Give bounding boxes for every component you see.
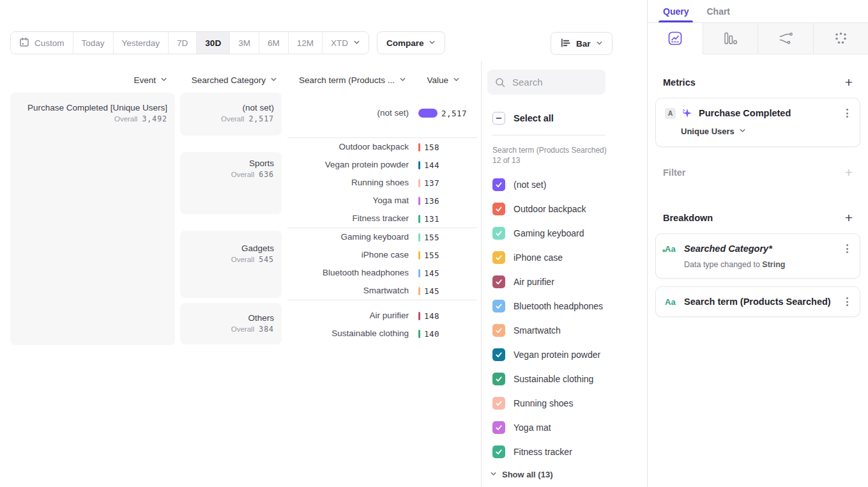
legend-checkbox[interactable] xyxy=(492,421,505,434)
measure-selector[interactable]: Unique Users xyxy=(681,127,851,136)
compare-button[interactable]: Compare xyxy=(377,31,446,54)
legend-checkbox[interactable] xyxy=(492,275,505,288)
table-row: Vegan protein powder144 xyxy=(287,156,479,174)
legend-item-smartwatch[interactable]: Smartwatch xyxy=(482,318,647,343)
category-name: (not set) xyxy=(180,102,274,114)
tab-funnels[interactable] xyxy=(703,23,759,54)
legend-item-fitness-tracker[interactable]: Fitness tracker xyxy=(482,440,647,464)
kebab-menu-icon[interactable] xyxy=(844,296,851,307)
legend-item-gaming-keyboard[interactable]: Gaming keyboard xyxy=(482,221,647,245)
legend-checkbox[interactable] xyxy=(492,397,505,410)
value-text: 136 xyxy=(424,196,439,206)
column-header-search-term[interactable]: Search term (Products ... xyxy=(287,72,406,88)
legend-checkbox[interactable] xyxy=(492,373,505,385)
legend-item-vegan-protein-powder[interactable]: Vegan protein powder xyxy=(482,343,647,367)
date-toolbar: CustomTodayYesterday7D30D3M6M12MXTD Comp… xyxy=(10,31,445,54)
legend-item-label: Smartwatch xyxy=(514,325,561,336)
overall-label: Overall xyxy=(114,115,137,123)
date-range-yesterday[interactable]: Yesterday xyxy=(113,32,169,54)
legend-item-iphone-case[interactable]: iPhone case xyxy=(482,245,647,270)
tab-flows[interactable] xyxy=(758,23,814,54)
date-range-label: 12M xyxy=(297,38,314,48)
chevron-down-icon xyxy=(739,127,746,136)
chevron-down-icon xyxy=(353,38,360,48)
category-cell: (not set)Overall2,517 xyxy=(180,93,282,135)
legend-checkbox[interactable] xyxy=(492,178,505,191)
funnel-bars-icon xyxy=(723,31,737,45)
column-header-value[interactable]: Value xyxy=(415,72,460,88)
legend-checkbox[interactable] xyxy=(492,227,505,240)
tab-retention[interactable] xyxy=(814,23,868,54)
insights-report-app: CustomTodayYesterday7D30D3M6M12MXTD Comp… xyxy=(0,0,868,487)
table-row: Gaming keyboard155 xyxy=(287,228,479,246)
legend-checkbox[interactable] xyxy=(492,324,505,337)
date-range-30d[interactable]: 30D xyxy=(196,32,229,54)
breakdown-card-searched-category[interactable]: Aa* Searched Category* Data type changed… xyxy=(655,233,860,279)
date-range-7d[interactable]: 7D xyxy=(168,32,196,54)
overall-value: 636 xyxy=(259,170,274,179)
column-header-label: Value xyxy=(427,75,448,85)
date-range-12m[interactable]: 12M xyxy=(288,32,322,54)
date-range-6m[interactable]: 6M xyxy=(259,32,288,54)
value-text: 137 xyxy=(424,178,439,188)
chart-type-button[interactable]: Bar xyxy=(551,32,613,55)
date-range-today[interactable]: Today xyxy=(73,32,113,54)
date-range-custom[interactable]: Custom xyxy=(11,32,73,54)
legend-checkbox[interactable] xyxy=(492,251,505,264)
chevron-down-icon xyxy=(429,38,436,48)
tab-chart[interactable]: Chart xyxy=(706,0,730,22)
table-row: Sustainable clothing140 xyxy=(287,325,479,343)
overall-value: 3,492 xyxy=(142,114,167,123)
table-row: Fitness tracker131 xyxy=(287,210,479,228)
show-all-toggle[interactable]: Show all (13) xyxy=(490,470,647,479)
legend-item-label: (not set) xyxy=(514,180,546,190)
show-all-label: Show all (13) xyxy=(502,470,552,479)
value-text: 131 xyxy=(424,214,439,224)
legend-checkbox[interactable] xyxy=(492,300,505,313)
chevron-down-icon xyxy=(490,470,497,479)
value-bar xyxy=(418,197,420,205)
legend-item-bluetooth-headphones[interactable]: Bluetooth headphones xyxy=(482,294,647,318)
legend-checkbox[interactable] xyxy=(492,445,505,458)
value-text: 140 xyxy=(424,329,439,339)
legend-checkbox[interactable] xyxy=(492,203,505,215)
legend-checkbox[interactable] xyxy=(492,348,505,361)
flows-icon xyxy=(778,31,793,45)
table-row: Outdoor backpack158 xyxy=(287,138,479,156)
search-input[interactable] xyxy=(511,76,603,88)
overall-label: Overall xyxy=(231,171,254,178)
add-metric-button[interactable]: + xyxy=(845,76,853,89)
tab-label: Query xyxy=(663,6,689,17)
tab-insights[interactable] xyxy=(648,23,703,54)
column-header-event[interactable]: Event xyxy=(10,72,167,88)
value-bar xyxy=(418,161,420,169)
category-overall: Overall2,517 xyxy=(180,114,274,125)
legend-item--not-set-[interactable]: (not set) xyxy=(482,173,647,197)
compare-label: Compare xyxy=(386,38,424,48)
query-builder-panel: Query Chart xyxy=(647,0,868,487)
add-breakdown-button[interactable]: + xyxy=(845,212,853,224)
category-overall: Overall545 xyxy=(180,254,274,265)
legend-item-list: (not set)Outdoor backpackGaming keyboard… xyxy=(482,173,647,464)
select-all-row[interactable]: Select all xyxy=(492,112,647,125)
column-header-searched-category[interactable]: Searched Category xyxy=(180,72,277,88)
legend-item-air-purifier[interactable]: Air purifier xyxy=(482,270,647,294)
date-range-xtd[interactable]: XTD xyxy=(322,32,369,54)
legend-item-sustainable-clothing[interactable]: Sustainable clothing xyxy=(482,367,647,391)
legend-item-yoga-mat[interactable]: Yoga mat xyxy=(482,415,647,440)
search-term-label: iPhone case xyxy=(287,250,409,259)
select-all-checkbox[interactable] xyxy=(492,112,505,125)
date-range-label: 3M xyxy=(238,38,250,48)
kebab-menu-icon[interactable] xyxy=(844,243,851,254)
legend-item-running-shoes[interactable]: Running shoes xyxy=(482,391,647,415)
kebab-menu-icon[interactable] xyxy=(844,107,851,119)
date-range-3m[interactable]: 3M xyxy=(229,32,259,54)
add-filter-button[interactable]: + xyxy=(845,166,853,179)
report-type-tabs xyxy=(648,23,868,54)
legend-item-outdoor-backpack[interactable]: Outdoor backpack xyxy=(482,197,647,221)
value-bar xyxy=(418,215,420,223)
tab-query[interactable]: Query xyxy=(663,0,689,22)
metric-card[interactable]: A Purchase Completed Unique Users xyxy=(655,98,860,147)
breakdown-card-search-term[interactable]: Aa Search term (Products Searched) xyxy=(655,286,860,317)
panel-tabs: Query Chart xyxy=(648,0,868,23)
